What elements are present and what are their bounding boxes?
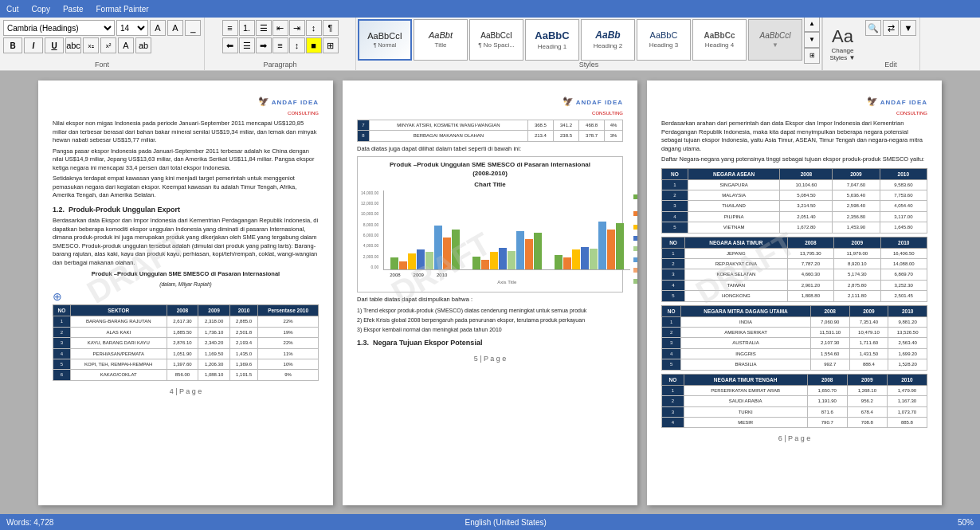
numbering-btn[interactable]: 1. (239, 20, 255, 36)
chart-inner-title: Chart Title (361, 180, 619, 189)
paste-btn[interactable]: Paste (60, 5, 87, 14)
styles-scroll-up[interactable]: ▲ (804, 18, 820, 32)
edit-group-label: Edit (862, 61, 919, 69)
page6-intro: Berdasarkan arahan dari pemerintah dan d… (661, 120, 927, 153)
quick-access-toolbar: Cut Copy Paste Format Painter (0, 0, 980, 18)
highlight-btn[interactable]: ab (135, 37, 151, 53)
subscript-btn[interactable]: x₂ (83, 37, 99, 53)
style-heading4[interactable]: AaBbCc Heading 4 (692, 19, 747, 61)
table-row: 1SINGAPURA10,104.607,047.609,583.60 (662, 179, 927, 190)
underline-btn[interactable]: U (45, 37, 64, 53)
th-sektor: SEKTOR (70, 305, 167, 316)
decrease-indent-btn[interactable]: ⇤ (272, 20, 288, 36)
table-row: 8BERBAGAI MAKANAN OLAHAN213.4238.5378.73… (358, 131, 623, 141)
shading-btn[interactable]: ■ (306, 37, 322, 53)
font-family-select[interactable]: Cambria (Headings) (3, 20, 115, 36)
page4-table-title: Produk –Produk Unggulan SME SMESCO di Pa… (53, 270, 319, 279)
copy-btn[interactable]: Copy (29, 5, 53, 14)
page5-table-cont: 7MINYAK ATSIRI, KOSMETIK WANGI-WANGIAN36… (357, 120, 623, 142)
italic-btn[interactable]: I (24, 37, 43, 53)
strikethrough-btn[interactable]: abc (65, 37, 81, 53)
table-row: 5KOPI, TEH, REMPAH-REMPAH1,397.601,206.3… (53, 359, 319, 369)
find-btn[interactable]: 🔍 (865, 20, 881, 36)
align-left-btn[interactable]: ⬅ (222, 37, 238, 53)
styles-group: AaBbCcI ¶ Normal AaBbt Title AaBbCcI ¶ N… (356, 18, 822, 70)
align-center-btn[interactable]: ☰ (239, 37, 255, 53)
chart-legend: BERBAGAI MAKANAN OLAHAN MINYAK ATSIRI, K… (633, 190, 637, 289)
font-group: Cambria (Headings) 14 A A ⎯ B I U abc x₂… (0, 18, 205, 70)
style-no-spacing[interactable]: AaBbCcI ¶ No Spaci... (469, 19, 523, 61)
replace-btn[interactable]: ⇄ (883, 20, 899, 36)
table-row: 5BRASILIA992.7888.41,528.20 (662, 359, 927, 370)
page5-note: Data diatas juga dapat dilihat dalam tab… (357, 145, 623, 154)
chart-outer-title: Produk –Produk Unggulan SME SMESCO di Pa… (361, 160, 619, 178)
table-asia-timur: NONEGARA ASIA TIMUR200820092010 1JEPANG1… (661, 237, 927, 302)
table-row: 4INGGRIS1,554.601,431.501,699.20 (662, 348, 927, 359)
show-marks-btn[interactable]: ¶ (323, 20, 339, 36)
table-row: 4MESIR790.7708.8885.8 (662, 417, 927, 427)
grow-font-btn[interactable]: A (150, 20, 166, 36)
table-mitra-dagang: NONEGARA MITRA DAGANG UTAMA200820092010 … (661, 305, 927, 371)
page4-para1: Nilai ekspor non migas Indonesia pada pe… (53, 120, 319, 145)
section-1-3-heading: 1.3. Negara Tujuan Ekspor Potensial (357, 338, 623, 348)
style-normal[interactable]: AaBbCcI ¶ Normal (358, 19, 412, 61)
table-row: 2MALAYSIA5,084.505,636.407,753.60 (662, 190, 927, 200)
page-4-number: 4 | P a g e (53, 387, 319, 395)
border-btn[interactable]: ⊞ (323, 37, 339, 53)
chart-container: Produk –Produk Unggulan SME SMESCO di Pa… (357, 156, 623, 292)
page-5-number: 5 | P a g e (357, 355, 623, 363)
cut-btn[interactable]: Cut (3, 5, 22, 14)
page-6: DRAFT 🦅 ANDAF IDEA CONSULTING Berdasarka… (647, 80, 942, 505)
edit-group: 🔍 ⇄ ▼ Edit (862, 18, 920, 70)
style-heading3[interactable]: AaBbC Heading 3 (637, 19, 691, 61)
page6-daftar: Daftar Negara-negara yang potensinya tin… (661, 155, 927, 164)
shrink-font-btn[interactable]: A (167, 20, 183, 36)
increase-indent-btn[interactable]: ⇥ (289, 20, 305, 36)
chart-area: 14,000.0012,000.0010,000.008,000.006,000… (361, 190, 619, 289)
align-right-btn[interactable]: ➡ (256, 37, 272, 53)
table-row: 1INDIA7,060.907,351.409,881.20 (662, 316, 927, 327)
logo-5: 🦅 ANDAF IDEA CONSULTING (357, 96, 623, 116)
clear-format-btn[interactable]: ⎯ (185, 20, 201, 36)
format-painter-btn[interactable]: Format Painter (93, 5, 152, 14)
page4-table-subtitle: (dalam, Milyar Rupiah) (53, 281, 319, 288)
page-4-content: Nilai ekspor non migas Indonesia pada pe… (53, 120, 319, 381)
sort-btn[interactable]: ↕ (306, 20, 322, 36)
change-styles-button[interactable]: Aa ChangeStyles ▼ (822, 18, 862, 70)
justify-btn[interactable]: ≡ (272, 37, 288, 53)
logo-6: 🦅 ANDAF IDEA CONSULTING (661, 96, 927, 116)
ribbon: Cut Copy Paste Format Painter Cambria (H… (0, 0, 980, 71)
table-row: 7MINYAK ATSIRI, KOSMETIK WANGI-WANGIAN36… (358, 120, 623, 131)
table-row: 3THAILAND3,214.502,598.404,054.40 (662, 201, 927, 211)
table-row: 2SAUDI ARABIA1,191.90956.21,167.30 (662, 396, 927, 406)
page4-para3: Setidaknya terdapat empat kawasan yang k… (53, 175, 319, 200)
line-spacing-btn[interactable]: ↕ (289, 37, 305, 53)
paragraph-group-label: Paragraph (205, 61, 355, 69)
table-row: 3AUSTRALIA2,107.301,711.602,563.40 (662, 338, 927, 348)
logo-4: 🦅 ANDAF IDEA CONSULTING (53, 96, 319, 116)
add-row-icon[interactable]: ⊕ (53, 289, 62, 305)
page5-conclusion-title: Dari table diatas dapat disimpulkan bahw… (357, 296, 623, 304)
styles-scroll-down[interactable]: ▼ (804, 32, 820, 48)
x-label-2009: 2009 (414, 272, 424, 278)
page5-conclusions: 1) Trend ekspor produk-produk (SMESCO) d… (357, 307, 623, 333)
table-asean: NONEGARA ASEAN200820092010 1SINGAPURA10,… (661, 168, 927, 234)
superscript-btn[interactable]: x² (100, 37, 116, 53)
styles-group-label: Styles (356, 61, 821, 69)
bold-btn[interactable]: B (3, 37, 22, 53)
bullets-btn[interactable]: ≡ (222, 20, 238, 36)
table-row: 3KAYU, BARANG DARI KAYU2,876.102,340.202… (53, 338, 319, 348)
select-btn[interactable]: ▼ (900, 20, 916, 36)
table-row: 5VIETNAM1,672.801,453.901,645.80 (662, 222, 927, 233)
style-more[interactable]: AaBbCcl ▼ (748, 19, 802, 61)
x-axis-title: Axis Title (383, 279, 630, 285)
style-heading2[interactable]: AaBb Heading 2 (581, 19, 635, 61)
page4-table: NO SEKTOR 2008 2009 2010 Persentase 2010… (53, 304, 319, 380)
table-row: 2AMERIKA SERIKAT11,531.1010,479.1013,526… (662, 328, 927, 338)
page-5-content: 7MINYAK ATSIRI, KOSMETIK WANGI-WANGIAN36… (357, 120, 623, 348)
style-heading1[interactable]: AaBbC Heading 1 (525, 19, 579, 61)
font-size-select[interactable]: 14 (116, 20, 148, 36)
font-color-btn[interactable]: A (118, 37, 134, 53)
multilevel-btn[interactable]: ☰ (256, 20, 272, 36)
style-title[interactable]: AaBbt Title (414, 19, 468, 61)
